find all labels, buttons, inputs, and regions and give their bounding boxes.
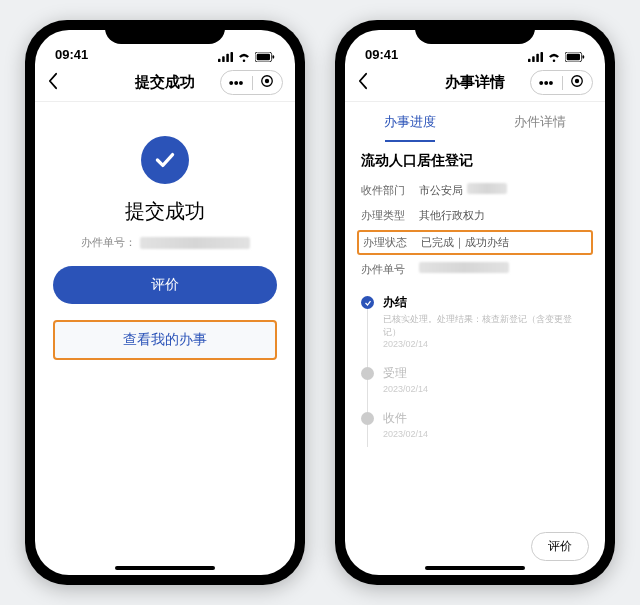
- miniprogram-capsule[interactable]: •••: [530, 70, 593, 95]
- success-title: 提交成功: [125, 198, 205, 225]
- screen: 09:41 提交成功 ••• 提交成功: [35, 30, 295, 575]
- tab-detail[interactable]: 办件详情: [475, 102, 605, 142]
- svg-rect-5: [257, 54, 270, 61]
- label: 办理类型: [361, 208, 419, 223]
- success-check-icon: [141, 136, 189, 184]
- home-indicator[interactable]: [115, 566, 215, 570]
- value: 其他行政权力: [419, 208, 485, 223]
- svg-rect-10: [532, 56, 535, 62]
- case-number-label: 办件单号：: [81, 235, 136, 250]
- nav-bar: 办事详情 •••: [345, 64, 605, 102]
- case-number-redacted: [140, 237, 250, 249]
- svg-rect-3: [231, 52, 234, 62]
- phone-frame-left: 09:41 提交成功 ••• 提交成功: [25, 20, 305, 585]
- battery-icon: [255, 52, 275, 62]
- signal-icon: [218, 52, 233, 62]
- evaluate-button[interactable]: 评价: [53, 266, 277, 304]
- nav-bar: 提交成功 •••: [35, 64, 295, 102]
- svg-rect-2: [226, 54, 229, 62]
- timeline-step-accept: 受理 2023/02/14: [383, 365, 589, 410]
- row-department: 收件部门 市公安局: [361, 178, 589, 203]
- value-redacted: [419, 262, 509, 273]
- signal-icon: [528, 52, 543, 62]
- more-icon[interactable]: •••: [539, 75, 554, 91]
- check-icon: [361, 296, 374, 309]
- wifi-icon: [237, 52, 251, 62]
- miniprogram-capsule[interactable]: •••: [220, 70, 283, 95]
- label: 办件单号: [361, 262, 419, 277]
- step-title: 受理: [383, 365, 589, 382]
- svg-rect-9: [528, 59, 531, 62]
- value: 已完成｜成功办结: [421, 235, 509, 250]
- timeline: 办结 已核实处理。处理结果：核查新登记（含变更登记） 2023/02/14 受理…: [361, 294, 589, 455]
- label: 收件部门: [361, 183, 419, 198]
- phone-frame-right: 09:41 办事详情 ••• 办事进度 办件详情: [335, 20, 615, 585]
- dot-icon: [361, 367, 374, 380]
- svg-rect-11: [536, 54, 539, 62]
- page-title: 提交成功: [135, 73, 195, 92]
- svg-point-17: [575, 79, 579, 83]
- home-indicator[interactable]: [425, 566, 525, 570]
- status-time: 09:41: [55, 47, 88, 62]
- step-desc: 已核实处理。处理结果：核查新登记（含变更登记）: [383, 313, 589, 338]
- step-date: 2023/02/14: [383, 384, 589, 394]
- success-content: 提交成功 办件单号： 评价 查看我的办事: [35, 102, 295, 575]
- row-type: 办理类型 其他行政权力: [361, 203, 589, 228]
- capsule-divider: [562, 76, 563, 90]
- back-icon[interactable]: [47, 72, 58, 93]
- step-title: 办结: [383, 294, 589, 311]
- svg-rect-1: [222, 56, 225, 62]
- row-case-number: 办件单号: [361, 257, 589, 282]
- svg-rect-6: [273, 55, 275, 58]
- case-number-row: 办件单号：: [81, 235, 250, 250]
- more-icon[interactable]: •••: [229, 75, 244, 91]
- status-time: 09:41: [365, 47, 398, 62]
- timeline-step-receive: 收件 2023/02/14: [383, 410, 589, 455]
- value: 市公安局: [419, 183, 463, 198]
- svg-point-8: [265, 79, 269, 83]
- target-icon[interactable]: [260, 74, 274, 91]
- tabs: 办事进度 办件详情: [345, 102, 605, 142]
- status-icons: [528, 52, 585, 62]
- timeline-step-complete: 办结 已核实处理。处理结果：核查新登记（含变更登记） 2023/02/14: [383, 294, 589, 365]
- svg-rect-14: [567, 54, 580, 61]
- detail-content: 办事进度 办件详情 流动人口居住登记 收件部门 市公安局 办理类型 其他行政权力…: [345, 102, 605, 575]
- step-title: 收件: [383, 410, 589, 427]
- status-icons: [218, 52, 275, 62]
- svg-rect-15: [583, 55, 585, 58]
- back-icon[interactable]: [357, 72, 368, 93]
- notch: [415, 20, 535, 44]
- tab-progress[interactable]: 办事进度: [345, 102, 475, 142]
- wifi-icon: [547, 52, 561, 62]
- case-info: 流动人口居住登记 收件部门 市公安局 办理类型 其他行政权力 办理状态 已完成｜…: [345, 142, 605, 459]
- notch: [105, 20, 225, 44]
- step-date: 2023/02/14: [383, 429, 589, 439]
- label: 办理状态: [363, 235, 421, 250]
- service-title: 流动人口居住登记: [361, 152, 589, 170]
- page-title: 办事详情: [445, 73, 505, 92]
- target-icon[interactable]: [570, 74, 584, 91]
- capsule-divider: [252, 76, 253, 90]
- battery-icon: [565, 52, 585, 62]
- svg-rect-12: [541, 52, 544, 62]
- evaluate-button[interactable]: 评价: [531, 532, 589, 561]
- svg-rect-0: [218, 59, 221, 62]
- dot-icon: [361, 412, 374, 425]
- row-status-highlight: 办理状态 已完成｜成功办结: [357, 230, 593, 255]
- step-date: 2023/02/14: [383, 339, 589, 349]
- view-my-tasks-button[interactable]: 查看我的办事: [53, 320, 277, 360]
- screen: 09:41 办事详情 ••• 办事进度 办件详情: [345, 30, 605, 575]
- value-redacted: [467, 183, 507, 194]
